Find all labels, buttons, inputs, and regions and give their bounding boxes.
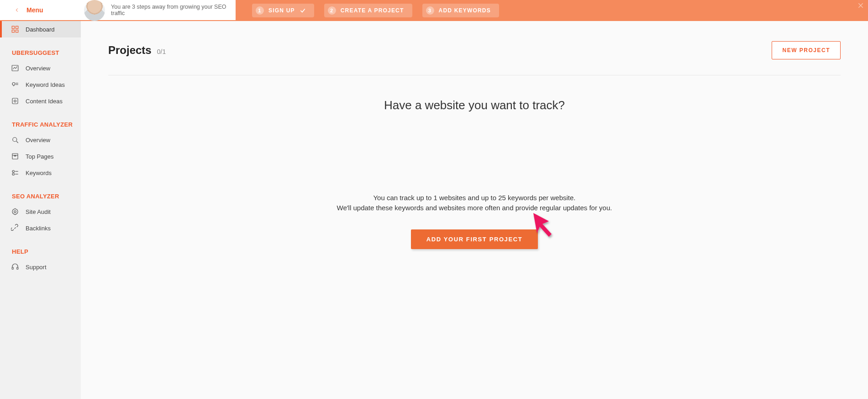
new-project-button[interactable]: NEW PROJECT [772,41,841,59]
sidebar-item-keyword-ideas[interactable]: Keyword Ideas [2,76,81,93]
step-label: ADD KEYWORDS [439,7,491,14]
svg-rect-27 [17,267,18,270]
sidebar-item-label: Support [26,264,47,271]
page-title: Projects [108,44,152,57]
step-number: 1 [256,6,264,15]
svg-rect-4 [12,30,14,32]
step-create-project[interactable]: 2 CREATE A PROJECT [324,4,412,17]
sidebar-item-label: Top Pages [26,153,53,160]
check-icon [300,7,306,14]
svg-rect-3 [16,26,18,28]
sidebar-item-label: Overview [26,65,50,72]
onboarding-steps: 1 SIGN UP 2 CREATE A PROJECT 3 ADD KEYWO… [252,0,499,21]
sidebar-heading-ubersuggest: UBERSUGGEST [2,37,81,60]
avatar-wrap [81,0,108,21]
support-icon [11,263,19,271]
close-onboarding-button[interactable] [856,1,865,10]
sidebar-item-label: Dashboard [26,26,55,33]
step-number: 3 [426,6,434,15]
sidebar-item-label: Keyword Ideas [26,81,65,88]
content-icon [11,97,19,105]
sidebar-item-label: Site Audit [26,208,51,215]
svg-point-22 [12,209,18,214]
keywords-icon [11,169,19,177]
empty-heading: Have a website you want to track? [108,98,841,112]
sidebar-heading-seo: SEO ANALYZER [2,181,81,203]
sidebar-item-label: Overview [26,137,50,144]
pages-icon [11,152,19,160]
audit-icon [11,207,19,216]
sidebar-heading-traffic: TRAFFIC ANALYZER [2,109,81,132]
svg-point-19 [12,173,15,176]
avatar [84,0,105,21]
projects-title-wrap: Projects 0/1 [108,44,166,57]
projects-count: 0/1 [157,48,166,55]
sidebar-item-content-ideas[interactable]: Content Ideas [2,93,81,109]
link-icon [11,224,19,232]
close-icon [857,2,864,9]
main-content: Projects 0/1 NEW PROJECT Have a website … [81,21,868,399]
chart-icon [11,64,19,72]
svg-point-7 [12,83,15,85]
sidebar-item-dashboard[interactable]: Dashboard [2,21,81,37]
dashboard-icon [11,25,19,33]
svg-rect-2 [12,26,14,28]
sidebar-item-top-pages[interactable]: Top Pages [2,148,81,165]
svg-point-23 [14,211,16,213]
empty-state: Have a website you want to track? You ca… [108,98,841,249]
bulb-icon [11,80,19,89]
empty-desc-line: We'll update these keywords and websites… [108,203,841,213]
sidebar-item-overview[interactable]: Overview [2,60,81,76]
empty-desc-line: You can track up to 1 websites and up to… [108,193,841,203]
sidebar: Dashboard UBERSUGGEST Overview Keyword I… [0,21,81,399]
sidebar-item-keywords[interactable]: Keywords [2,165,81,181]
svg-rect-11 [12,98,18,104]
magnify-icon [11,136,19,144]
sidebar-item-label: Keywords [26,170,52,176]
menu-back-button[interactable]: Menu [0,0,81,20]
add-first-project-button[interactable]: ADD YOUR FIRST PROJECT [411,229,538,249]
svg-rect-26 [12,267,13,270]
step-add-keywords[interactable]: 3 ADD KEYWORDS [422,4,499,17]
svg-point-18 [12,170,15,173]
menu-label: Menu [26,6,43,14]
sidebar-item-traffic-overview[interactable]: Overview [2,132,81,148]
divider [108,75,841,75]
step-sign-up[interactable]: 1 SIGN UP [252,4,314,17]
svg-rect-5 [16,30,18,32]
onboarding-topbar: Menu You are 3 steps away from growing y… [0,0,868,21]
topbar-left-panel: Menu You are 3 steps away from growing y… [0,0,236,21]
sidebar-item-label: Content Ideas [26,98,63,105]
projects-header: Projects 0/1 NEW PROJECT [108,41,841,59]
sidebar-item-backlinks[interactable]: Backlinks [2,220,81,236]
step-label: SIGN UP [268,7,295,14]
onboarding-message: You are 3 steps away from growing your S… [111,0,236,20]
svg-line-14 [16,141,18,143]
svg-point-13 [13,138,17,142]
empty-description: You can track up to 1 websites and up to… [108,193,841,213]
sidebar-item-label: Backlinks [26,225,51,232]
sidebar-item-support[interactable]: Support [2,259,81,275]
chevron-left-icon [14,7,20,13]
svg-point-12 [14,100,16,102]
step-label: CREATE A PROJECT [341,7,404,14]
sidebar-heading-help: HELP [2,236,81,259]
step-number: 2 [328,6,336,15]
sidebar-item-site-audit[interactable]: Site Audit [2,203,81,220]
